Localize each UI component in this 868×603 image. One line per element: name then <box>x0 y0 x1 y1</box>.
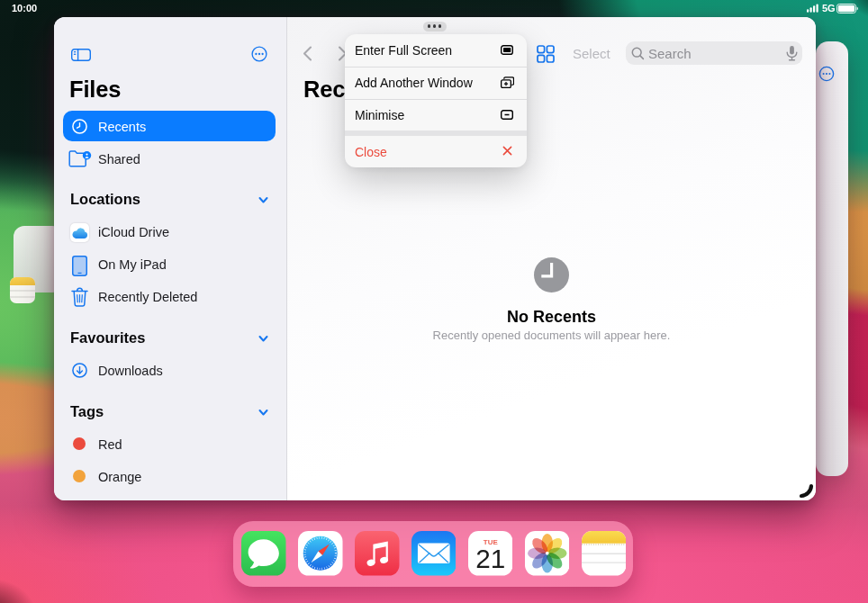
svg-text:21: 21 <box>475 544 505 573</box>
